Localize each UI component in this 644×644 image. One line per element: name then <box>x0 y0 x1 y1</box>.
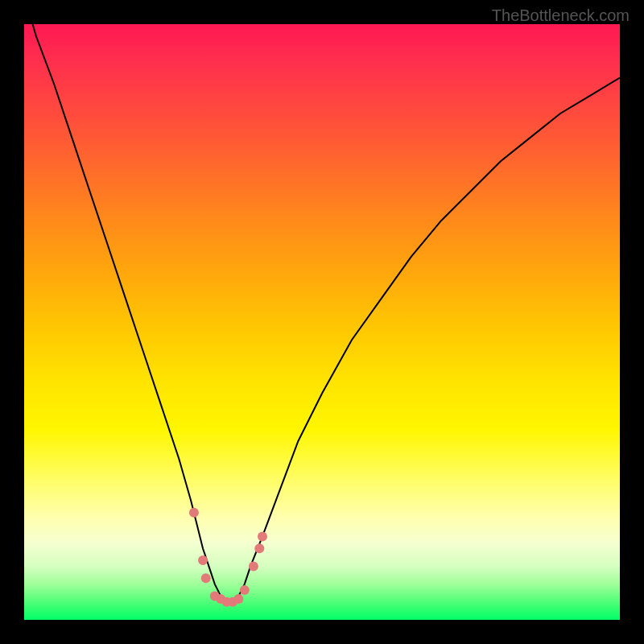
curve-marker <box>201 573 211 583</box>
curve-markers <box>189 508 267 607</box>
curve-marker <box>189 508 199 518</box>
bottleneck-curve-path <box>24 24 620 602</box>
plot-area <box>24 24 620 620</box>
curve-marker <box>249 561 258 571</box>
curve-marker <box>240 585 250 595</box>
chart-svg <box>24 24 620 620</box>
curve-marker <box>233 594 243 604</box>
curve-marker <box>258 531 267 541</box>
curve-marker <box>198 555 208 565</box>
watermark-text: TheBottleneck.com <box>492 6 630 25</box>
curve-marker <box>254 543 264 553</box>
